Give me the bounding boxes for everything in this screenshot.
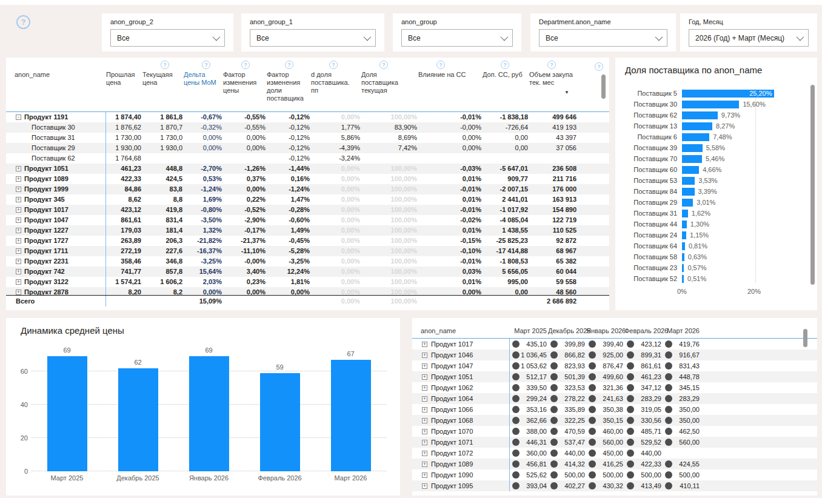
table-row[interactable]: +Продукт 1089422,33424,50,53%0,37%0,16%0… xyxy=(6,174,609,184)
table-row[interactable]: Поставщик 621 764,68-0,12%-3,24% xyxy=(6,153,609,164)
bar[interactable] xyxy=(682,101,739,108)
expand-icon[interactable]: + xyxy=(422,429,427,434)
slicer-dropdown[interactable]: Все xyxy=(250,29,376,47)
bar[interactable] xyxy=(189,356,229,471)
table-row[interactable]: +Продукт 10471 053,62823,93876,47861,618… xyxy=(412,360,817,371)
column-header[interactable]: ?Доля поставщика текущая xyxy=(361,58,418,111)
table-row[interactable]: +Продукт 1047861,61831,4-3,50%-2,90%-0,6… xyxy=(6,215,609,225)
column-header[interactable]: ?Доп. СС, руб xyxy=(483,58,529,111)
bar[interactable] xyxy=(260,373,300,471)
sort-descending-icon[interactable]: ▼ xyxy=(564,88,569,96)
table-row[interactable]: +Продукт 1727263,89206,3-21,82%-21,37%-0… xyxy=(6,236,609,246)
help-icon[interactable]: ? xyxy=(595,62,603,71)
table-row[interactable]: +Продукт 1070388,00470,59460,00485,71462… xyxy=(412,426,817,437)
help-icon[interactable]: ? xyxy=(16,15,30,29)
expand-icon[interactable]: + xyxy=(16,228,21,233)
bar[interactable] xyxy=(682,220,687,228)
slicer-dropdown[interactable]: 2026 (Год) + Март (Месяц) xyxy=(689,29,809,47)
expand-icon[interactable]: + xyxy=(16,259,21,264)
expand-icon[interactable]: + xyxy=(16,248,21,254)
bar[interactable] xyxy=(682,242,685,250)
expand-icon[interactable]: + xyxy=(16,176,21,182)
expand-icon[interactable]: + xyxy=(16,238,21,244)
help-icon[interactable]: ? xyxy=(202,61,210,69)
expand-icon[interactable]: + xyxy=(16,187,21,192)
expand-icon[interactable]: + xyxy=(422,407,427,413)
bar[interactable] xyxy=(682,122,712,130)
expand-icon[interactable]: + xyxy=(422,385,427,391)
table-row[interactable]: +Продукт 1064299,24278,22241,63283,29283… xyxy=(412,393,817,404)
help-icon[interactable]: ? xyxy=(241,61,250,69)
table-row[interactable]: +Продукт 2231358,46346,8-3,25%-0,00%-3,2… xyxy=(6,256,609,267)
column-header[interactable]: Март 2026 xyxy=(663,327,701,334)
column-header[interactable]: Январь 2026 xyxy=(586,327,624,334)
table-row[interactable]: Поставщик 311 730,001 730,00,00%0,00%-0,… xyxy=(6,133,609,143)
expand-icon[interactable]: + xyxy=(422,418,427,423)
expand-icon[interactable]: + xyxy=(422,472,427,478)
table-row[interactable]: +Продукт 1072360,00440,00450,00440,00 xyxy=(412,448,817,459)
expand-icon[interactable]: + xyxy=(422,353,427,358)
table-row[interactable]: +Продукт 199984,8683,8-1,24%0,00%-1,24%0… xyxy=(6,184,609,194)
help-icon[interactable]: ? xyxy=(329,61,338,69)
table-row[interactable]: +Продукт 1227179,03181,41,32%-0,17%1,49%… xyxy=(6,225,609,236)
slicer-dropdown[interactable]: Все xyxy=(110,29,225,47)
bar[interactable] xyxy=(47,356,87,471)
help-icon[interactable]: ? xyxy=(501,61,509,69)
table-row[interactable]: +Продукт 1017423,12419,8-0,80%-0,52%-0,2… xyxy=(6,205,609,215)
expand-icon[interactable]: + xyxy=(16,269,21,274)
column-header[interactable]: Март 2025 xyxy=(510,327,548,334)
bar[interactable] xyxy=(682,133,709,141)
vertical-scrollbar[interactable] xyxy=(810,85,815,285)
column-header[interactable]: anon_name xyxy=(15,58,106,111)
expand-icon[interactable]: + xyxy=(16,166,21,171)
table-row[interactable]: +Продукт 742741,77857,815,64%3,40%12,24%… xyxy=(6,267,609,277)
table-row[interactable]: +Продукт 1090525,62500,00500,00500,00500… xyxy=(412,469,817,480)
table-row[interactable]: +Продукт 1068362,66322,25350,15330,56350… xyxy=(412,415,817,426)
bar[interactable] xyxy=(682,199,693,207)
column-header[interactable]: Декабрь 2025 xyxy=(548,327,586,334)
table-row[interactable]: -Продукт 11911 874,401 861,8-0,67%-0,55%… xyxy=(6,112,609,122)
table-row[interactable]: +Продукт 1051512,17501,39499,60461,23448… xyxy=(412,371,817,382)
expand-icon[interactable]: + xyxy=(16,197,21,202)
table-row[interactable]: +Продукт 1051461,23448,8-2,70%-1,26%-1,4… xyxy=(6,164,609,174)
table-row[interactable]: +Продукт 10461 036,45866,82925,00899,319… xyxy=(412,350,817,360)
help-icon[interactable]: ? xyxy=(285,61,293,69)
slicer-dropdown[interactable]: Все xyxy=(539,29,667,47)
expand-icon[interactable]: + xyxy=(422,342,427,347)
bar[interactable] xyxy=(118,368,158,472)
vertical-scrollbar[interactable] xyxy=(803,329,807,347)
expand-icon[interactable]: + xyxy=(16,290,21,295)
bar[interactable] xyxy=(682,111,718,119)
bar[interactable] xyxy=(682,210,688,217)
column-header[interactable]: ?Дельта цены MoM xyxy=(184,58,223,111)
column-header[interactable]: Февраль 2026 xyxy=(624,327,663,334)
bar[interactable] xyxy=(682,177,695,185)
column-header[interactable]: anon_name xyxy=(421,327,510,334)
expand-icon[interactable]: + xyxy=(422,451,427,456)
column-header[interactable]: ?Объем закупа тек. мес▼ xyxy=(529,58,578,111)
column-header[interactable]: ?Фактор изменения доли поставщика xyxy=(267,58,311,111)
table-row[interactable]: +Продукт 1711272,19227,6-16,37%-11,10%-5… xyxy=(6,246,609,256)
expand-icon[interactable]: + xyxy=(16,279,21,285)
table-row[interactable]: +Продукт 31221 574,211 606,22,03%0,23%1,… xyxy=(6,277,609,287)
column-header[interactable]: Прошлая цена xyxy=(106,58,142,111)
table-row[interactable]: +Продукт 28788,208,20,00%0,00%0,00%0,00%… xyxy=(6,287,609,295)
table-row[interactable]: +Продукт 1095393,04402,27430,32413,49410… xyxy=(412,480,817,491)
table-row[interactable]: +Продукт 1066353,16335,89350,38319,05350… xyxy=(412,404,817,415)
expand-icon[interactable]: + xyxy=(16,207,21,213)
expand-icon[interactable]: + xyxy=(422,462,427,467)
column-header[interactable]: ?Влияние на СС xyxy=(418,58,483,111)
table-row[interactable]: Поставщик 301 876,621 870,7-0,32%-0,55%-… xyxy=(6,122,609,133)
table-row[interactable]: Поставщик 291 930,001 930,00,00%0,00%-0,… xyxy=(6,143,609,153)
expand-icon[interactable]: + xyxy=(16,217,21,223)
expand-icon[interactable]: + xyxy=(422,396,427,402)
table-row[interactable]: +Продукт 1062339,50323,53321,36347,12345… xyxy=(412,382,817,393)
bar[interactable] xyxy=(682,188,695,196)
column-header[interactable]: ?d доля поставшика. пп xyxy=(311,58,361,111)
expand-icon[interactable]: + xyxy=(422,363,427,369)
bar[interactable] xyxy=(682,166,699,174)
help-icon[interactable]: ? xyxy=(161,61,169,69)
help-icon[interactable]: ? xyxy=(436,61,445,69)
bar[interactable]: 25,20% xyxy=(682,90,774,98)
expand-icon[interactable]: + xyxy=(422,483,427,489)
